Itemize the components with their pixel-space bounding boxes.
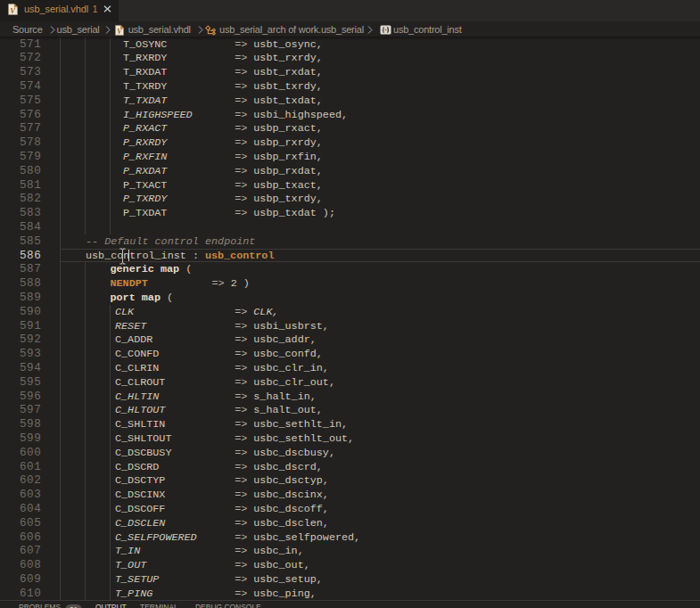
svg-text:V: V [117,28,122,36]
